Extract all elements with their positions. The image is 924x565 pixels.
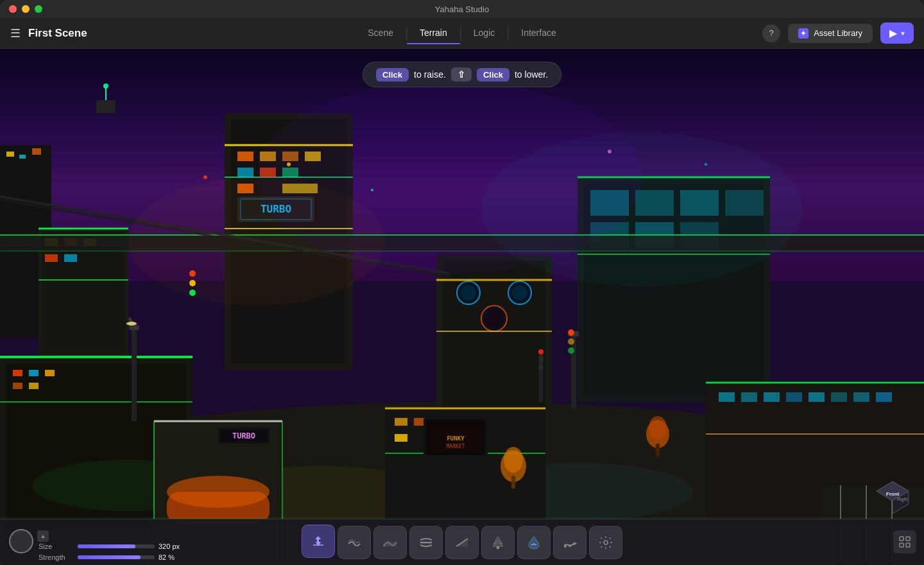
svg-point-152	[573, 543, 576, 545]
city-scene: TURBO	[0, 49, 924, 565]
maximize-button[interactable]	[35, 5, 42, 13]
svg-point-120	[167, 476, 270, 508]
asset-library-button[interactable]: ✦ Asset Library	[788, 24, 873, 43]
minimize-button[interactable]	[22, 5, 30, 13]
svg-rect-67	[45, 370, 55, 376]
size-label: Size	[38, 543, 74, 550]
tooltip-bar: Click to raise. ⇧ Click to lower.	[363, 62, 561, 87]
smooth-icon	[346, 535, 362, 550]
plus-icon: ✦	[798, 28, 809, 39]
svg-point-81	[568, 347, 574, 354]
svg-rect-22	[237, 152, 253, 161]
tool-paint[interactable]	[553, 526, 586, 559]
strength-slider-fill	[78, 555, 141, 559]
flatten-icon	[418, 535, 434, 550]
svg-point-7	[103, 83, 108, 89]
svg-text:Right: Right	[897, 497, 907, 502]
tab-logic[interactable]: Logic	[461, 22, 508, 44]
tab-scene[interactable]: Scene	[355, 22, 406, 44]
svg-rect-98	[395, 434, 407, 442]
hamburger-menu-icon[interactable]: ☰	[10, 26, 21, 40]
svg-rect-156	[900, 543, 903, 547]
svg-rect-149	[497, 546, 499, 549]
svg-rect-69	[29, 383, 38, 389]
svg-rect-68	[13, 383, 22, 389]
svg-point-127	[257, 81, 642, 274]
tool-trees[interactable]	[481, 526, 515, 559]
svg-point-51	[512, 285, 527, 300]
svg-rect-4	[32, 148, 41, 155]
viewport[interactable]: TURBO	[0, 49, 924, 565]
svg-point-151	[569, 544, 571, 547]
svg-point-79	[568, 329, 574, 336]
close-button[interactable]	[9, 5, 17, 13]
svg-rect-133	[656, 444, 660, 456]
svg-text:FUNKY: FUNKY	[447, 435, 465, 442]
water-icon	[526, 535, 542, 550]
size-slider-fill	[78, 544, 135, 548]
svg-rect-155	[906, 537, 910, 541]
tool-flatten[interactable]	[409, 526, 443, 559]
play-button[interactable]: ▶ ▾	[880, 22, 914, 44]
tool-settings[interactable]	[589, 526, 622, 559]
grid-button[interactable]	[893, 530, 916, 553]
svg-rect-5	[96, 100, 116, 113]
raise-text: to raise.	[414, 69, 446, 80]
lower-text: to lower.	[515, 69, 548, 80]
window-title: Yahaha Studio	[435, 4, 489, 14]
view-cube[interactable]: Front Right	[870, 469, 915, 514]
tool-ramp[interactable]	[445, 526, 479, 559]
svg-rect-130	[511, 476, 515, 489]
shift-click-badge: ⇧	[451, 67, 472, 82]
svg-point-138	[608, 150, 612, 153]
svg-rect-65	[13, 370, 22, 376]
svg-point-129	[504, 447, 523, 473]
tool-water[interactable]	[517, 526, 551, 559]
help-button[interactable]: ?	[762, 24, 780, 42]
svg-rect-107	[831, 392, 847, 402]
tab-interface[interactable]: Interface	[508, 22, 569, 44]
tab-terrain[interactable]: Terrain	[407, 22, 460, 44]
svg-point-122	[538, 349, 543, 354]
sliders-panel: Size 320 px Strength 82 %	[6, 543, 184, 561]
svg-rect-157	[906, 543, 910, 547]
nav-tabs: Scene Terrain Logic Interface	[355, 22, 569, 44]
svg-rect-3	[19, 155, 26, 159]
svg-text:Front: Front	[886, 491, 900, 497]
scene-title: First Scene	[28, 27, 87, 40]
svg-rect-66	[29, 370, 38, 376]
svg-rect-95	[395, 418, 407, 426]
svg-rect-47	[443, 261, 545, 408]
titlebar: Yahaha Studio	[0, 0, 924, 18]
tool-raise-lower[interactable]	[302, 525, 335, 558]
svg-rect-108	[853, 392, 869, 402]
click-badge-2: Click	[477, 68, 509, 82]
strength-slider[interactable]	[78, 555, 155, 559]
settings-icon	[598, 535, 613, 550]
tool-smooth[interactable]	[338, 526, 371, 559]
svg-point-153	[604, 541, 608, 544]
size-value: 320 px	[158, 543, 184, 550]
tool-hills[interactable]	[373, 526, 407, 559]
hills-icon	[382, 535, 398, 550]
svg-rect-106	[809, 392, 825, 402]
raise-lower-icon	[311, 534, 326, 549]
size-slider[interactable]	[78, 544, 155, 548]
strength-value: 82 %	[158, 553, 184, 561]
play-icon: ▶	[889, 27, 897, 39]
paint-icon	[562, 535, 578, 550]
svg-point-53	[485, 309, 503, 327]
svg-point-73	[126, 322, 137, 326]
expand-button[interactable]: ▲	[37, 530, 49, 542]
menubar-left: ☰ First Scene	[10, 26, 87, 40]
svg-point-80	[568, 338, 574, 345]
svg-point-49	[461, 285, 476, 300]
svg-point-123	[538, 357, 543, 362]
traffic-lights	[9, 5, 42, 13]
svg-point-150	[564, 545, 567, 548]
grid-icon	[898, 535, 911, 548]
shift-icon: ⇧	[458, 69, 465, 80]
menubar: ☰ First Scene Scene Terrain Logic Interf…	[0, 18, 924, 49]
svg-rect-70	[132, 325, 137, 421]
menubar-right: ? ✦ Asset Library ▶ ▾	[762, 22, 914, 44]
